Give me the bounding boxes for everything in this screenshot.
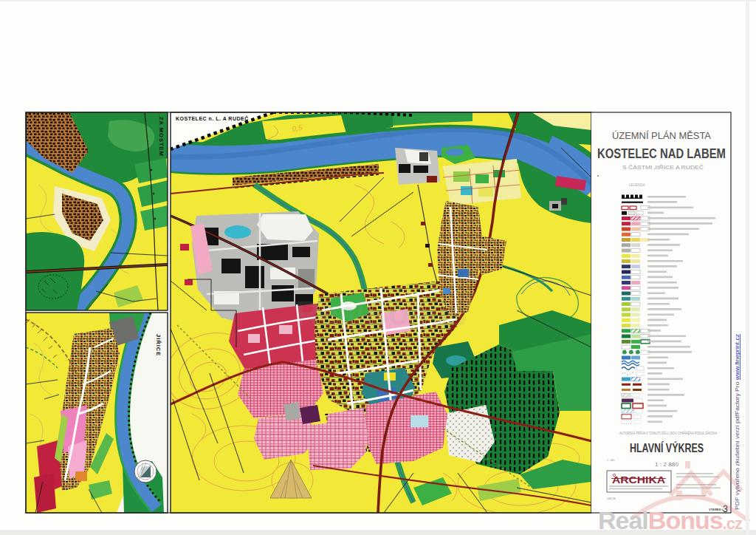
svg-text:PDF vytvořeno zkušební verzí p: PDF vytvořeno zkušební verzí pdfFactory … <box>734 334 740 510</box>
svg-text:LEGENDA: LEGENDA <box>629 183 645 187</box>
svg-text:ÚZEMNÍ PLÁN MĚSTA: ÚZEMNÍ PLÁN MĚSTA <box>612 130 711 141</box>
svg-text:AUTORSKÁ PRÁVA K TOMUTO DÍLU J: AUTORSKÁ PRÁVA K TOMUTO DÍLU JSOU CHRÁNĚ… <box>619 430 718 435</box>
svg-text:0,5: 0,5 <box>292 123 303 133</box>
svg-text:KOSTELEC n. L. A RUDEČ: KOSTELEC n. L. A RUDEČ <box>176 115 249 121</box>
svg-text:ARCHIKA: ARCHIKA <box>612 474 666 485</box>
svg-text:JIŘICE: JIŘICE <box>155 334 162 356</box>
svg-text:ZA MOSTEM: ZA MOSTEM <box>158 117 165 157</box>
svg-text:HLAVNÍ VÝKRES: HLAVNÍ VÝKRES <box>630 441 704 454</box>
svg-text:KOSTELEC NAD LABEM: KOSTELEC NAD LABEM <box>597 146 726 161</box>
svg-text:S ČÁSTMI JIŘICE A RUDEČ: S ČÁSTMI JIŘICE A RUDEČ <box>622 164 704 171</box>
svg-text:RealBonus: RealBonus <box>295 294 466 333</box>
svg-text:1 : 2 880: 1 : 2 880 <box>655 462 678 467</box>
svg-text:Č. ZAK.: Č. ZAK. <box>607 458 615 462</box>
svg-text:DATUM: DATUM <box>607 497 616 500</box>
